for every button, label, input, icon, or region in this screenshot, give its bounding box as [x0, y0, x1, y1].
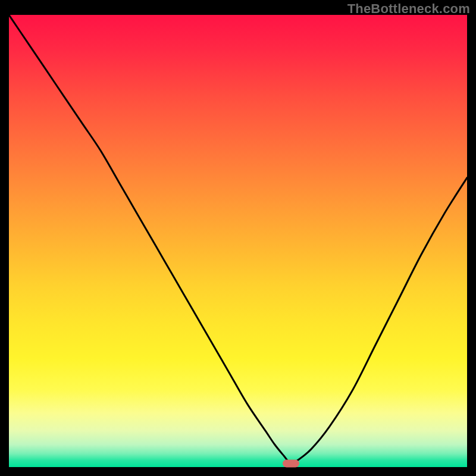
minimum-marker: [283, 459, 299, 467]
plot-area: [9, 15, 467, 467]
bottleneck-curve: [9, 15, 467, 464]
chart-frame: TheBottleneck.com: [0, 0, 476, 476]
curve-svg: [9, 15, 467, 467]
watermark-text: TheBottleneck.com: [347, 1, 470, 17]
